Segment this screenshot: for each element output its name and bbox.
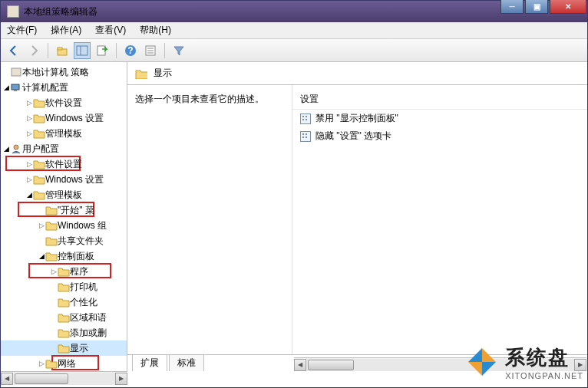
up-button[interactable] bbox=[54, 42, 71, 59]
tree-label: Windows 设置 bbox=[45, 173, 104, 186]
folder-icon bbox=[33, 97, 45, 108]
maximize-button[interactable]: ▣ bbox=[525, 0, 548, 14]
help-button[interactable]: ? bbox=[122, 42, 139, 59]
tree-label: Windows 设置 bbox=[45, 112, 104, 125]
tree-label: 网络 bbox=[58, 357, 76, 370]
list-item[interactable]: 隐藏 "设置" 选项卡 bbox=[292, 127, 587, 145]
tree-uc-windows[interactable]: ▷Windows 设置 bbox=[1, 172, 127, 187]
folder-icon bbox=[58, 327, 70, 338]
folder-icon bbox=[58, 343, 70, 353]
scroll-right-button[interactable]: ▶ bbox=[574, 359, 586, 371]
folder-icon bbox=[45, 220, 58, 231]
tree-label: 控制面板 bbox=[58, 250, 94, 263]
tree-uc-network[interactable]: ▷网络 bbox=[1, 356, 127, 371]
tree-uc-region[interactable]: 区域和语 bbox=[1, 310, 127, 325]
app-icon bbox=[7, 5, 19, 18]
tree-label: 添加或删 bbox=[70, 327, 107, 340]
tree-label: 区域和语 bbox=[70, 311, 107, 324]
tree-pane: 本地计算机 策略 ◢计算机配置 ▷软件设置 ▷Windows 设置 ▷管理模板 … bbox=[1, 62, 127, 371]
column-header-settings[interactable]: 设置 bbox=[292, 90, 587, 110]
tree-root[interactable]: 本地计算机 策略 bbox=[1, 64, 127, 80]
svg-rect-13 bbox=[14, 90, 17, 91]
tree-cc-admin[interactable]: ▷管理模板 bbox=[1, 126, 127, 141]
tree-cc-windows[interactable]: ▷Windows 设置 bbox=[1, 110, 127, 126]
svg-rect-4 bbox=[97, 46, 105, 55]
policy-icon bbox=[10, 67, 22, 77]
tree-uc-addremove[interactable]: 添加或删 bbox=[1, 325, 127, 340]
description-column: 选择一个项目来查看它的描述。 bbox=[127, 85, 292, 354]
policy-item-icon bbox=[300, 113, 311, 124]
detail-title: 显示 bbox=[154, 67, 172, 80]
folder-icon bbox=[45, 205, 58, 215]
list-item-label: 隐藏 "设置" 选项卡 bbox=[315, 130, 391, 143]
detail-header: 显示 bbox=[127, 62, 587, 85]
folder-icon bbox=[58, 281, 70, 292]
window-titlebar: 本地组策略编辑器 ─ ▣ ✕ bbox=[1, 1, 587, 22]
menu-help[interactable]: 帮助(H) bbox=[140, 24, 171, 37]
tree-uc-wincomp[interactable]: ▷Windows 组 bbox=[1, 218, 127, 233]
menu-file[interactable]: 文件(F) bbox=[7, 24, 37, 37]
scroll-right-button[interactable]: ▶ bbox=[115, 373, 127, 385]
folder-icon bbox=[33, 128, 45, 139]
tab-extended[interactable]: 扩展 bbox=[132, 354, 167, 371]
tree-uc-start[interactable]: "开始" 菜 bbox=[1, 202, 127, 218]
list-item[interactable]: 禁用 "显示控制面板" bbox=[292, 110, 587, 127]
folder-icon bbox=[45, 235, 58, 246]
menu-action[interactable]: 操作(A) bbox=[51, 24, 81, 37]
scrollbar-track[interactable] bbox=[13, 373, 115, 385]
tree-label: 打印机 bbox=[70, 281, 97, 294]
svg-rect-2 bbox=[77, 46, 88, 55]
tree-label: 个性化 bbox=[70, 296, 97, 309]
minimize-button[interactable]: ─ bbox=[500, 0, 524, 14]
svg-rect-1 bbox=[58, 48, 62, 50]
user-icon bbox=[10, 143, 22, 154]
export-button[interactable] bbox=[94, 42, 111, 59]
tree-label: 显示 bbox=[70, 342, 88, 355]
tree-uc-admin[interactable]: ◢管理模板 bbox=[1, 187, 127, 202]
forward-button[interactable] bbox=[25, 42, 42, 59]
tree-computer-config[interactable]: ◢计算机配置 bbox=[1, 80, 127, 95]
tree-uc-printers[interactable]: 打印机 bbox=[1, 279, 127, 294]
window-title: 本地组策略编辑器 bbox=[24, 5, 97, 18]
tree-cc-software[interactable]: ▷软件设置 bbox=[1, 95, 127, 110]
detail-pane: 显示 选择一个项目来查看它的描述。 设置 禁用 "显示控制面板" 隐藏 "设置"… bbox=[127, 62, 587, 371]
tree-uc-personalization[interactable]: 个性化 bbox=[1, 294, 127, 310]
scroll-left-button[interactable]: ◀ bbox=[1, 373, 13, 385]
tree-label: 管理模板 bbox=[45, 127, 82, 140]
tree-uc-control-panel[interactable]: ◢控制面板 bbox=[1, 248, 127, 264]
folder-icon bbox=[135, 68, 147, 79]
menu-view[interactable]: 查看(V) bbox=[95, 24, 126, 37]
tree-label: Windows 组 bbox=[58, 219, 107, 232]
back-button[interactable] bbox=[5, 42, 22, 59]
scrollbar-track[interactable] bbox=[306, 359, 574, 371]
tree-user-config[interactable]: ◢用户配置 bbox=[1, 141, 127, 156]
filter-button[interactable] bbox=[170, 42, 187, 59]
folder-icon bbox=[33, 189, 45, 200]
tab-standard[interactable]: 标准 bbox=[169, 354, 204, 371]
tree-label: 用户配置 bbox=[22, 143, 59, 156]
tree-uc-programs[interactable]: ▷程序 bbox=[1, 264, 127, 279]
show-tree-button[interactable] bbox=[74, 42, 91, 59]
tree-label: 计算机配置 bbox=[22, 81, 68, 94]
folder-icon bbox=[58, 297, 70, 307]
computer-icon bbox=[10, 82, 22, 93]
tree-label: 软件设置 bbox=[45, 158, 82, 171]
scrollbar-thumb[interactable] bbox=[15, 373, 68, 384]
properties-button[interactable] bbox=[142, 42, 159, 59]
svg-point-14 bbox=[14, 145, 18, 150]
tree-label: 管理模板 bbox=[45, 189, 82, 202]
folder-icon bbox=[45, 251, 58, 261]
svg-rect-12 bbox=[12, 84, 19, 90]
scrollbar-thumb[interactable] bbox=[308, 360, 354, 370]
settings-column: 设置 禁用 "显示控制面板" 隐藏 "设置" 选项卡 ◀ ▶ bbox=[292, 85, 587, 354]
folder-icon bbox=[58, 266, 70, 277]
tree-uc-shared[interactable]: 共享文件夹 bbox=[1, 233, 127, 248]
folder-icon bbox=[58, 312, 70, 323]
tree-uc-software[interactable]: ▷软件设置 bbox=[1, 156, 127, 172]
scroll-left-button[interactable]: ◀ bbox=[294, 359, 306, 371]
description-prompt: 选择一个项目来查看它的描述。 bbox=[135, 94, 264, 104]
folder-icon bbox=[45, 358, 58, 369]
tree-uc-display[interactable]: 显示 bbox=[1, 340, 127, 356]
close-button[interactable]: ✕ bbox=[550, 0, 586, 14]
menu-bar: 文件(F) 操作(A) 查看(V) 帮助(H) bbox=[1, 22, 587, 39]
